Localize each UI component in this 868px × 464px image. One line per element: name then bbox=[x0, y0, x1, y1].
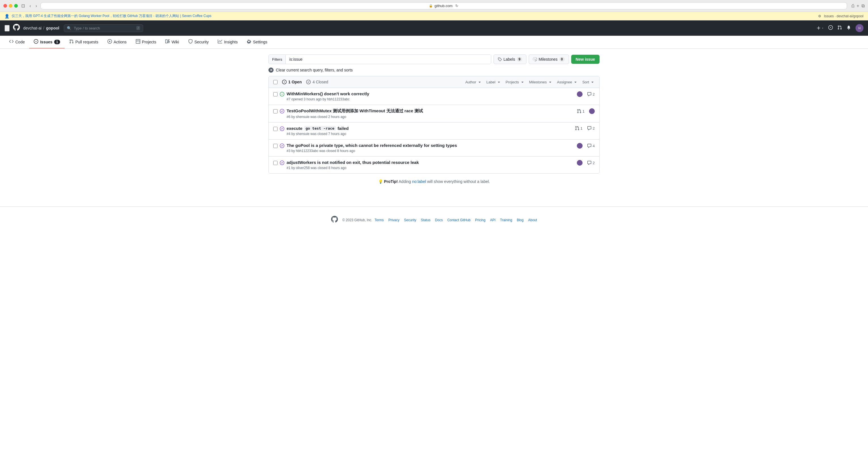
sidebar-toggle-button[interactable]: ⊡ bbox=[20, 3, 26, 9]
footer-link-contact[interactable]: Contact GitHub bbox=[447, 218, 471, 222]
pull-requests-icon[interactable] bbox=[837, 25, 842, 31]
inbox-icon[interactable] bbox=[846, 25, 851, 31]
new-tab-icon[interactable]: + bbox=[857, 3, 859, 8]
avatar[interactable]: H bbox=[856, 24, 864, 32]
milestones-button[interactable]: Milestones 0 bbox=[529, 54, 569, 64]
share-icon[interactable]: ⎙ bbox=[851, 3, 855, 8]
new-issue-button[interactable]: New issue bbox=[571, 55, 599, 64]
issue-author-link-5[interactable]: oliver258 bbox=[296, 166, 310, 170]
issue-pr-ref-2[interactable]: 1 bbox=[577, 109, 585, 113]
reload-icon[interactable]: ↻ bbox=[455, 4, 458, 8]
issue-comments-4[interactable]: 4 bbox=[587, 144, 595, 148]
org-link[interactable]: devchat-ai bbox=[23, 26, 42, 30]
issue-author-link-2[interactable]: shensuie bbox=[296, 115, 310, 119]
issue-content-4: The goPool is a private type, which cann… bbox=[287, 143, 575, 153]
issues-list: 1 Open 4 Closed Author Label Projects bbox=[269, 76, 599, 174]
issue-comments-5[interactable]: 2 bbox=[587, 161, 595, 165]
search-bar[interactable]: 🔍 Type / to search / bbox=[64, 24, 143, 32]
projects-filter[interactable]: Projects bbox=[506, 80, 525, 84]
footer: © 2023 GitHub, Inc. Terms Privacy Securi… bbox=[0, 206, 868, 233]
footer-link-pricing[interactable]: Pricing bbox=[475, 218, 486, 222]
repo-link[interactable]: gopool bbox=[46, 26, 59, 30]
open-issues-tab[interactable]: 1 Open bbox=[282, 80, 302, 84]
filter-input[interactable] bbox=[286, 55, 491, 64]
footer-link-docs[interactable]: Docs bbox=[435, 218, 443, 222]
closed-issues-tab[interactable]: 4 Closed bbox=[306, 80, 328, 84]
issue-right-3: 1 2 bbox=[575, 126, 595, 130]
filter-label[interactable]: Filters bbox=[269, 55, 286, 64]
nav-pull-requests[interactable]: Pull requests bbox=[65, 36, 103, 49]
select-all-checkbox[interactable] bbox=[273, 80, 278, 84]
issue-author-link-3[interactable]: shensuie bbox=[296, 132, 310, 136]
issue-assignee-5[interactable] bbox=[577, 160, 583, 166]
issue-comments-1[interactable]: 2 bbox=[587, 92, 595, 96]
nav-insights[interactable]: Insights bbox=[213, 36, 242, 49]
tabs-icon[interactable]: ⧉ bbox=[862, 3, 865, 8]
issue-title-5[interactable]: adjustWorkers is not notified on exit, t… bbox=[287, 160, 575, 165]
address-bar[interactable]: 🔒 github.com ↻ bbox=[40, 2, 847, 9]
close-window-button[interactable] bbox=[3, 4, 7, 8]
maximize-window-button[interactable] bbox=[14, 4, 18, 8]
nav-projects[interactable]: Projects bbox=[131, 36, 161, 49]
browser-chrome: ⊡ ‹ › 🔒 github.com ↻ ⎙ + ⧉ bbox=[0, 0, 868, 12]
issue-pr-ref-3[interactable]: 1 bbox=[575, 126, 583, 130]
github-tab-icon: ⚙ bbox=[818, 14, 821, 18]
nav-wiki[interactable]: Wiki bbox=[161, 36, 183, 49]
footer-link-blog[interactable]: Blog bbox=[517, 218, 524, 222]
nav-code[interactable]: Code bbox=[4, 36, 29, 49]
milestones-filter[interactable]: Milestones bbox=[529, 80, 553, 84]
issue-author-link-4[interactable]: hbh112233abc bbox=[296, 149, 318, 153]
labels-button[interactable]: Labels 9 bbox=[494, 54, 526, 64]
repo-nav: Code Issues 1 Pull requests Actions Proj… bbox=[0, 36, 868, 49]
issue-checkbox-1[interactable] bbox=[273, 92, 278, 96]
issue-nav-icon bbox=[34, 39, 38, 45]
footer-link-about[interactable]: About bbox=[528, 218, 537, 222]
create-new-button[interactable] bbox=[816, 26, 824, 30]
pr-ref-icon bbox=[577, 109, 581, 113]
github-logo[interactable] bbox=[13, 24, 20, 32]
notification-text[interactable]: 仅三天，我用 GPT-4 生成了性能全网第一的 Golang Worker Po… bbox=[11, 13, 212, 19]
footer-link-terms[interactable]: Terms bbox=[374, 218, 384, 222]
nav-settings[interactable]: Settings bbox=[242, 36, 272, 49]
address-text: github.com bbox=[435, 4, 453, 8]
issue-title-3[interactable]: execute go test -race failed bbox=[287, 126, 572, 131]
clear-search[interactable]: ✕ Clear current search query, filters, a… bbox=[269, 67, 599, 72]
sort-filter[interactable]: Sort bbox=[582, 80, 595, 84]
nav-projects-label: Projects bbox=[142, 40, 156, 44]
forward-button[interactable]: › bbox=[34, 3, 38, 9]
projects-chevron-icon bbox=[520, 80, 525, 84]
footer-link-privacy[interactable]: Privacy bbox=[389, 218, 399, 222]
protip-link[interactable]: no:label bbox=[412, 179, 426, 184]
issue-checkbox-5[interactable] bbox=[273, 161, 278, 165]
footer-link-training[interactable]: Training bbox=[500, 218, 512, 222]
issue-author-link-1[interactable]: hbh112233abc bbox=[327, 97, 349, 101]
nav-issues[interactable]: Issues 1 bbox=[29, 36, 64, 49]
issue-checkbox-2[interactable] bbox=[273, 109, 278, 113]
issue-checkbox-3[interactable] bbox=[273, 127, 278, 131]
nav-security[interactable]: Security bbox=[184, 36, 213, 49]
milestones-chevron-icon bbox=[548, 80, 553, 84]
minimize-window-button[interactable] bbox=[9, 4, 12, 8]
footer-link-security[interactable]: Security bbox=[404, 218, 416, 222]
nav-actions[interactable]: Actions bbox=[103, 36, 131, 49]
issue-checkbox-4[interactable] bbox=[273, 144, 278, 148]
issues-icon[interactable] bbox=[828, 25, 833, 31]
hamburger-menu[interactable]: ☰ bbox=[4, 25, 10, 31]
author-filter[interactable]: Author bbox=[465, 80, 482, 84]
issue-comments-3[interactable]: 2 bbox=[587, 126, 595, 130]
issue-title-4[interactable]: The goPool is a private type, which cann… bbox=[287, 143, 575, 148]
issue-assignee-4[interactable] bbox=[577, 143, 583, 149]
issue-title-2[interactable]: TestGoPoolWithMutex 测试用例添加 WithTimeout 无… bbox=[287, 108, 575, 114]
back-button[interactable]: ‹ bbox=[28, 3, 32, 9]
issue-assignee-1[interactable] bbox=[577, 91, 583, 97]
label-filter[interactable]: Label bbox=[487, 80, 501, 84]
assignee-filter[interactable]: Assignee bbox=[557, 80, 578, 84]
footer-link-api[interactable]: API bbox=[490, 218, 496, 222]
open-issues-count: 1 Open bbox=[288, 80, 302, 84]
label-chevron-icon bbox=[497, 80, 501, 84]
issue-assignee-2[interactable] bbox=[589, 108, 595, 114]
comment-icon-4 bbox=[587, 144, 592, 148]
issue-title-1[interactable]: WithMinWorkers() doesn't work correctly bbox=[287, 91, 575, 96]
settings-nav-icon bbox=[247, 39, 251, 45]
footer-link-status[interactable]: Status bbox=[421, 218, 431, 222]
